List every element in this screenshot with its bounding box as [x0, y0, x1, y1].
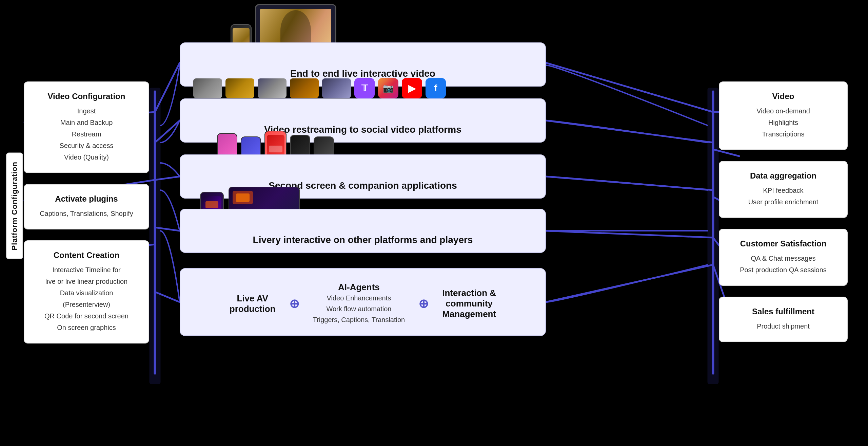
customer-satisfaction-card: Customer Satisfaction QA & Chat messages…: [719, 229, 848, 286]
livery-screen-element1: [205, 201, 218, 208]
ai-section-center: AI-Agents Video Enhancements Work flow a…: [313, 282, 405, 325]
thumb-1: [193, 78, 222, 98]
svg-line-10: [546, 120, 713, 143]
svg-line-8: [155, 292, 180, 302]
video-config-quality: Video (Quality): [35, 151, 138, 163]
svg-line-11: [546, 176, 713, 190]
thumb-5: [322, 78, 351, 98]
center-box-4-label: Livery interactive on other platforms an…: [253, 235, 473, 245]
video-config-backup: Main and Backup: [35, 117, 138, 128]
video-config-card: Video Configuration Ingest Main and Back…: [24, 81, 149, 173]
ai-liveav-title: Live AV production: [230, 293, 276, 314]
customer-satisfaction-title: Customer Satisfaction: [730, 239, 836, 248]
livery-screen-widget1: [233, 191, 253, 204]
ai-center-item2: Work flow automation: [313, 303, 405, 314]
content-creation-timeline: Interactive Timeline for: [35, 264, 138, 276]
ai-plus-right: ⊕: [418, 297, 429, 311]
ai-center-title: AI-Agents: [313, 282, 405, 293]
center-box-1-label: End to end live interactive video: [290, 68, 435, 79]
svg-line-5: [155, 120, 180, 143]
data-aggregation-card: Data aggregation KPI feedback User profi…: [719, 161, 848, 218]
ai-center-item1: Video Enhancements: [313, 293, 405, 303]
data-aggregation-item1: KPI feedback: [730, 185, 836, 196]
video-right-title: Video: [730, 92, 836, 101]
video-config-restream: Restream: [35, 128, 138, 140]
svg-line-7: [155, 227, 180, 231]
customer-satisfaction-item2: Post production QA sessions: [730, 264, 836, 276]
video-right-item3: Transcriptions: [730, 128, 836, 140]
svg-rect-1: [708, 88, 718, 384]
activate-plugins-title: Activate plugins: [35, 194, 138, 204]
activate-plugins-items: Captions, Translations, Shopify: [35, 208, 138, 219]
data-aggregation-item2: User profile enrichment: [730, 196, 836, 208]
svg-line-4: [155, 63, 180, 112]
sales-fulfillment-title: Sales fulfillment: [730, 307, 836, 316]
content-creation-graphics: On screen graphics: [35, 322, 138, 333]
ai-section-liveav: Live AV production: [230, 293, 276, 314]
svg-line-9: [546, 63, 713, 112]
content-creation-dataviz: Data visualization (Presenterview): [35, 287, 138, 310]
phone-screen-element: [269, 146, 282, 152]
svg-line-12: [546, 231, 713, 238]
video-config-ingest: Ingest: [35, 105, 138, 117]
ai-center-item3: Triggers, Captions, Translation: [313, 314, 405, 325]
center-box-5: Live AV production ⊕ AI-Agents Video Enh…: [180, 268, 546, 336]
video-config-security: Security & access: [35, 140, 138, 151]
diagram-container: Platform Configuration Video Configurati…: [0, 0, 868, 446]
youtube-icon: ▶: [402, 78, 422, 98]
ai-section-interaction: Interaction & community Management: [442, 288, 496, 319]
left-cards: Video Configuration Ingest Main and Back…: [24, 81, 149, 343]
ai-interaction-title: Interaction & community Management: [442, 288, 496, 319]
content-creation-qr: QR Code for second screen: [35, 310, 138, 322]
right-cards: Video Video on-demand Highlights Transcr…: [719, 81, 848, 342]
thumb-2: [225, 78, 254, 98]
thumb-4: [290, 78, 319, 98]
social-thumbnails-area: 𝕋 📷 ▶ f: [193, 78, 446, 98]
twitch-icon: 𝕋: [354, 78, 375, 98]
content-creation-title: Content Creation: [35, 250, 138, 260]
activate-plugins-card: Activate plugins Captions, Translations,…: [24, 184, 149, 229]
sales-fulfillment-item1: Product shipment: [730, 320, 836, 332]
facebook-icon: f: [426, 78, 446, 98]
video-config-title: Video Configuration: [35, 92, 138, 101]
video-right-item1: Video on-demand: [730, 105, 836, 117]
svg-line-13: [546, 265, 713, 302]
data-aggregation-title: Data aggregation: [730, 171, 836, 181]
content-creation-linear: live or live linear production: [35, 276, 138, 287]
svg-line-6: [155, 176, 180, 180]
platform-configuration-label: Platform Configuration: [6, 153, 23, 259]
video-right-card: Video Video on-demand Highlights Transcr…: [719, 81, 848, 150]
video-right-item2: Highlights: [730, 117, 836, 128]
sales-fulfillment-card: Sales fulfillment Product shipment: [719, 297, 848, 342]
content-creation-card: Content Creation Interactive Timeline fo…: [24, 240, 149, 343]
instagram-icon: 📷: [378, 78, 398, 98]
ai-plus-left: ⊕: [289, 297, 299, 311]
customer-satisfaction-item1: QA & Chat messages: [730, 253, 836, 264]
center-box-4: Livery interactive on other platforms an…: [180, 209, 546, 253]
thumb-3: [258, 78, 287, 98]
livery-widget-inner1: [236, 193, 250, 202]
ai-box-content: Live AV production ⊕ AI-Agents Video Enh…: [187, 279, 538, 329]
svg-rect-0: [150, 88, 160, 384]
